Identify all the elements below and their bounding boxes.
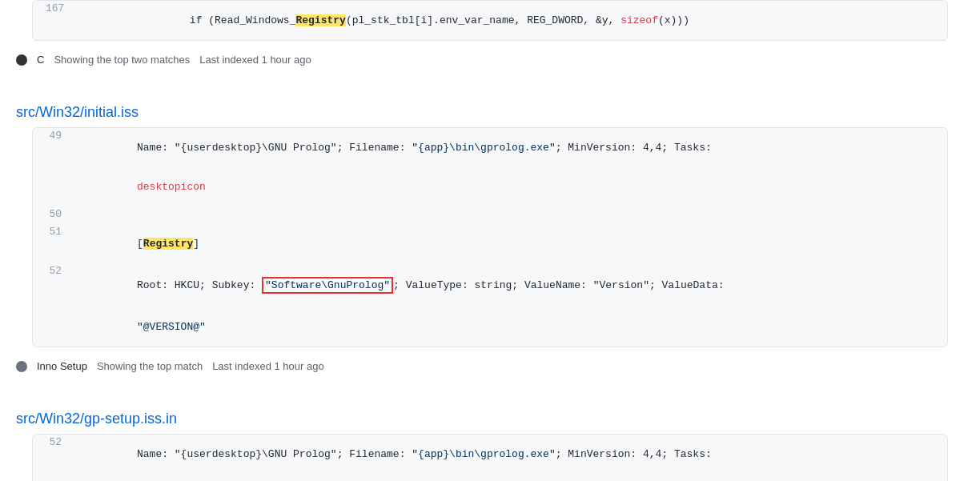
app-path: {app}\bin\gprolog.exe (418, 142, 549, 154)
line-number-51: 51 (33, 226, 74, 238)
code-filename-end: "; MinVersion: 4,4; Tasks: (549, 142, 712, 154)
language-label-c: C (37, 54, 44, 66)
line-content-51: [Registry] (74, 226, 934, 262)
bracket-close: ] (193, 238, 199, 250)
line-content-49: Name: "{userdesktop}\GNU Prolog"; Filena… (74, 130, 934, 166)
code-text-2: (pl_stk_tbl[i].env_var_name, REG_DWORD, … (346, 14, 621, 26)
file-link-gp-setup[interactable]: src/Win32/gp-setup.iss.in (0, 398, 980, 434)
line-content-52b: "@VERSION@" (74, 309, 934, 345)
code-block-initial-iss: 49 Name: "{userdesktop}\GNU Prolog"; Fil… (32, 127, 948, 347)
code-text-3: (x))) (658, 14, 689, 26)
value-type-rest: ; ValueType: string; ValueName: "Version… (393, 279, 724, 291)
registry-highlight: Registry (295, 14, 345, 26)
root-subkey: Root: HKCU; Subkey: (137, 279, 262, 291)
code-line-gp-52: 52 Name: "{userdesktop}\GNU Prolog"; Fil… (33, 435, 947, 474)
version-value: "@VERSION@" (137, 321, 206, 333)
gp-filename-end: "; MinVersion: 4,4; Tasks: (549, 448, 712, 460)
file-link-initial-iss[interactable]: src/Win32/initial.iss (0, 91, 980, 127)
language-label-inno: Inno Setup (37, 360, 87, 372)
code-name-label: Name: "{userdesktop}\GNU Prolog"; Filena… (137, 142, 418, 154)
line-number-52: 52 (33, 265, 74, 277)
indexed-time-inno: Last indexed 1 hour ago (212, 360, 324, 372)
code-text: if (Read_Windows_ (139, 14, 295, 26)
bracket-open: [ (137, 238, 143, 250)
language-dot-inno (16, 361, 27, 372)
code-line-49b: desktopicon (33, 167, 947, 206)
gp-app-path: {app}\bin\gprolog.exe (418, 448, 549, 460)
line-content: if (Read_Windows_Registry(pl_stk_tbl[i].… (77, 2, 934, 38)
code-line-167: 167 if (Read_Windows_Registry(pl_stk_tbl… (33, 1, 947, 40)
registry-section-highlight: Registry (143, 238, 193, 250)
line-number-gp-52: 52 (33, 436, 74, 448)
line-content-gp-52: Name: "{userdesktop}\GNU Prolog"; Filena… (74, 436, 934, 472)
line-content-52: Root: HKCU; Subkey: "Software\GnuProlog"… (74, 265, 934, 306)
inno-meta-line: Inno Setup Showing the top match Last in… (0, 354, 980, 379)
showing-matches-c: Showing the top two matches (54, 54, 190, 66)
line-content-gp-52b: desktopicon (74, 475, 934, 481)
code-line-50: 50 (33, 206, 947, 224)
code-line-49: 49 Name: "{userdesktop}\GNU Prolog"; Fil… (33, 128, 947, 167)
sizeof-keyword: sizeof (621, 14, 658, 26)
code-line-52b: "@VERSION@" (33, 307, 947, 347)
line-number: 167 (33, 2, 77, 14)
subkey-value-box: "Software\GnuProlog" (262, 277, 393, 294)
indexed-time-c: Last indexed 1 hour ago (199, 54, 311, 66)
gp-name-label: Name: "{userdesktop}\GNU Prolog"; Filena… (137, 448, 418, 460)
language-dot-c (16, 54, 27, 66)
code-block-gp-setup: 52 Name: "{userdesktop}\GNU Prolog"; Fil… (32, 434, 948, 481)
line-number-50: 50 (33, 208, 74, 220)
code-line-51: 51 [Registry] (33, 224, 947, 263)
line-number-49: 49 (33, 130, 74, 142)
showing-matches-inno: Showing the top match (97, 360, 203, 372)
code-line-52: 52 Root: HKCU; Subkey: "Software\GnuProl… (33, 263, 947, 307)
code-line-gp-52b: desktopicon (33, 474, 947, 481)
desktopicon: desktopicon (137, 181, 206, 193)
c-meta-line: C Showing the top two matches Last index… (0, 47, 980, 72)
line-content-49b: desktopicon (74, 169, 934, 205)
